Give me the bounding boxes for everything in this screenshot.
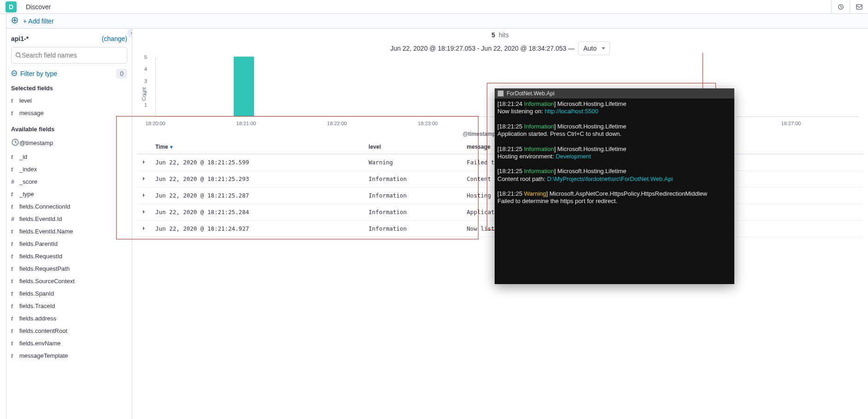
field-type-icon: t [11, 278, 19, 285]
field-name: fields.SpanId [19, 290, 54, 297]
chart-ytick: 2 [144, 90, 147, 96]
field-item[interactable]: t_type [11, 188, 127, 200]
interval-value: Auto [583, 45, 596, 52]
inspect-icon[interactable] [831, 0, 850, 14]
field-type-icon: t [11, 291, 19, 297]
field-item[interactable]: tfields.SourceContext [11, 275, 127, 287]
field-search[interactable] [11, 47, 127, 64]
chart-xtick: 18:22:00 [327, 121, 347, 126]
sort-desc-icon: ▼ [169, 145, 174, 150]
chart-bar[interactable] [234, 57, 254, 116]
field-name: @timestamp [19, 140, 53, 146]
field-type-icon: t [11, 315, 19, 322]
field-item[interactable]: tfields.RequestId [11, 250, 127, 262]
expand-row-icon[interactable] [137, 154, 151, 171]
field-name: fields.EventId.Id [19, 215, 62, 222]
field-name: fields.contentRoot [19, 327, 67, 334]
filter-type-icon[interactable] [11, 70, 18, 78]
hits-line: 5 hits [137, 31, 863, 39]
field-name: messageTemplate [19, 352, 68, 359]
add-filter-button[interactable]: + Add filter [23, 17, 54, 25]
field-item[interactable]: tfields.address [11, 312, 127, 325]
svg-rect-1 [856, 5, 862, 9]
expand-row-icon[interactable] [137, 204, 151, 221]
field-type-icon: t [11, 340, 19, 347]
field-item[interactable]: tfields.contentRoot [11, 325, 127, 337]
console-app-icon [497, 90, 504, 97]
field-item[interactable]: fields.EventId.Id [11, 213, 127, 225]
field-item[interactable]: tmessage [11, 107, 127, 119]
cell-time: Jun 22, 2020 @ 18:21:25.287 [151, 187, 364, 204]
time-range-text: Jun 22, 2020 @ 18:19:27.053 - Jun 22, 20… [390, 45, 575, 52]
field-type-icon: t [11, 228, 19, 235]
field-name: message [19, 110, 44, 116]
field-type-icon: t [11, 110, 19, 116]
collapse-sidebar-icon[interactable] [127, 29, 132, 38]
share-icon[interactable] [850, 0, 868, 14]
app-name: Discover [26, 3, 51, 11]
field-type-icon: t [11, 98, 19, 104]
field-name: fields.TraceId [19, 303, 55, 309]
field-item[interactable]: tlevel [11, 94, 127, 107]
search-icon [15, 52, 22, 58]
field-item[interactable]: t_index [11, 163, 127, 175]
expand-row-icon[interactable] [137, 221, 151, 237]
field-item[interactable]: _score [11, 175, 127, 188]
filter-by-type-button[interactable]: Filter by type [20, 70, 116, 77]
field-item[interactable]: tfields.SpanId [11, 287, 127, 300]
index-pattern-change-link[interactable]: (change) [102, 35, 127, 42]
chevron-down-icon [601, 45, 606, 52]
svg-point-3 [16, 53, 20, 57]
top-header: D Discover [0, 0, 868, 14]
field-name: fields.envName [19, 340, 61, 347]
field-item[interactable]: tfields.ConnectionId [11, 200, 127, 213]
cell-time: Jun 22, 2020 @ 18:21:24.927 [151, 221, 364, 237]
selected-fields-heading: Selected fields [11, 85, 127, 92]
filters-icon[interactable] [11, 17, 18, 25]
field-item[interactable]: tfields.EventId.Name [11, 225, 127, 238]
console-body: [18:21:24 Information] Microsoft.Hosting… [495, 99, 734, 207]
chart-xtick: 18:23:00 [418, 121, 438, 126]
available-fields-heading: Available fields [11, 126, 127, 133]
cell-level: Information [364, 204, 462, 221]
col-time[interactable]: Time▼ [151, 140, 364, 154]
field-item[interactable]: tfields.envName [11, 337, 127, 349]
field-item[interactable]: tfields.ParentId [11, 238, 127, 250]
console-titlebar[interactable]: ForDotNet.Web.Api [495, 88, 734, 99]
console-window[interactable]: ForDotNet.Web.Api [18:21:24 Information]… [495, 88, 734, 284]
chart-ytick: 4 [144, 66, 147, 72]
chart-ytick: 1 [144, 102, 147, 108]
field-type-icon: t [11, 266, 19, 272]
field-name: fields.SourceContext [19, 278, 75, 285]
field-item[interactable]: tfields.TraceId [11, 300, 127, 312]
hits-count: 5 [491, 31, 495, 39]
field-name: _index [19, 166, 37, 173]
field-type-icon: t [11, 241, 19, 247]
cell-level: Information [364, 171, 462, 187]
index-pattern-name[interactable]: api1-* [11, 35, 29, 42]
field-item[interactable]: @timestamp [11, 135, 127, 151]
expand-row-icon[interactable] [137, 171, 151, 187]
field-name: fields.ParentId [19, 240, 58, 247]
field-name: fields.EventId.Name [19, 228, 73, 235]
app-logo[interactable]: D [6, 1, 17, 12]
field-type-icon: t [11, 204, 19, 210]
field-type-icon [11, 138, 19, 148]
field-item[interactable]: tfields.RequestPath [11, 262, 127, 275]
cell-time: Jun 22, 2020 @ 18:21:25.599 [151, 154, 364, 171]
field-item[interactable]: tmessageTemplate [11, 349, 127, 362]
field-type-icon: t [11, 253, 19, 260]
chart-ytick: 3 [144, 78, 147, 84]
field-name: fields.address [19, 315, 56, 322]
cell-level: Warning [364, 154, 462, 171]
field-type-icon [11, 216, 19, 222]
field-search-input[interactable] [22, 52, 123, 59]
field-name: fields.ConnectionId [19, 203, 71, 210]
interval-select[interactable]: Auto [578, 41, 610, 55]
field-name: _id [19, 153, 27, 160]
field-item[interactable]: t_id [11, 151, 127, 163]
expand-row-icon[interactable] [137, 187, 151, 204]
cell-level: Information [364, 187, 462, 204]
nav-spine[interactable] [0, 14, 6, 419]
col-level[interactable]: level [364, 140, 462, 154]
